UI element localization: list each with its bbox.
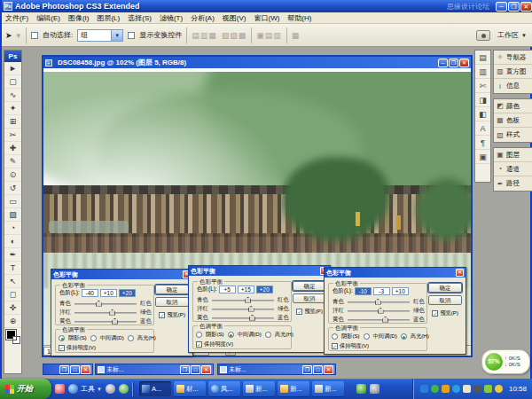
doc-close-button[interactable]: ✕ [459,59,469,67]
panel-channels[interactable]: ◔通道 [494,162,532,176]
move-tool-icon[interactable]: ➤ [5,31,12,40]
panel-layers[interactable]: ▣图层 [494,148,532,162]
cyan-red-input[interactable]: +5 [219,286,236,293]
highlights-radio[interactable] [401,333,407,340]
preview-checkbox[interactable] [296,309,302,315]
align-edges-icons[interactable]: ▤▥▦ [192,31,217,40]
doc-close-button[interactable]: ✕ [81,365,90,374]
yellow-blue-slider[interactable] [212,317,274,319]
auto-select-dropdown[interactable]: 组 ▼ [77,29,123,42]
panel-color[interactable]: ◩颜色 [494,99,532,113]
preserve-luminosity-checkbox[interactable] [59,345,65,351]
collapsed-panel-icon[interactable]: ◨ [475,93,490,107]
distribute-icons[interactable]: ▣▤▥ [256,31,282,40]
dialog-title-bar[interactable]: 色彩平衡 ✕ [51,270,192,279]
collapsed-panel-icon[interactable]: ▤ [475,51,490,65]
tray-app-icon[interactable] [473,385,481,393]
slider-thumb[interactable] [249,315,255,321]
type-tool[interactable]: T [4,262,21,275]
preserve-luminosity-checkbox[interactable] [332,343,338,349]
clone-stamp-tool[interactable]: ⊙ [4,168,21,182]
menu-filter[interactable]: 滤镜(T) [160,13,183,23]
shadows-radio[interactable] [196,332,202,338]
shape-tool[interactable]: ◻ [4,288,21,301]
menu-select[interactable]: 选择(S) [128,13,152,23]
panel-styles[interactable]: ▧样式 [494,128,532,142]
doc-close-button[interactable]: ✕ [201,365,211,374]
menu-edit[interactable]: 编辑(E) [36,13,60,23]
eraser-tool[interactable]: ▭ [4,195,21,208]
cyan-red-slider[interactable] [212,300,274,301]
doc-close-button[interactable]: ✕ [324,365,333,374]
shadows-radio[interactable] [59,335,65,341]
task-button-folder-3[interactable]: 新... [278,381,309,396]
panel-histogram[interactable]: ▥直方图 [494,65,532,79]
slider-thumb[interactable] [378,308,384,314]
cyan-red-slider[interactable] [348,301,410,303]
toolbar-tools-label[interactable]: 工具 [81,384,95,394]
panel-info[interactable]: i信息 [494,79,532,93]
task-button-browser[interactable]: 凤... [208,381,240,396]
cyan-red-input[interactable]: -40 [82,289,98,297]
collapsed-panel-icon[interactable]: A [475,121,490,136]
yellow-blue-input[interactable]: +10 [392,287,409,295]
tray-warning-icon[interactable] [442,385,450,393]
blur-tool[interactable]: ◔ [4,222,21,235]
app-title-bar[interactable]: Ps Adobe Photoshop CS3 Extended 思缘设计论坛 ─… [2,0,532,12]
menu-file[interactable]: 文件(F) [5,13,28,23]
cyan-red-input[interactable]: -10 [355,287,372,295]
internet-explorer-icon[interactable] [68,384,78,394]
tray-network-icon[interactable] [452,385,460,393]
history-brush-tool[interactable]: ↺ [4,182,21,195]
midtones-radio[interactable] [364,333,370,340]
doc-maximize-button[interactable]: □ [70,365,80,374]
minimized-document-3[interactable]: 未标... ❐ □ ✕ [217,364,336,375]
hand-tool[interactable]: ✜ [4,301,21,315]
show-transform-checkbox[interactable] [128,32,135,39]
panel-swatches[interactable]: ▦色板 [494,113,532,128]
pen-tool[interactable]: ✒ [4,248,21,262]
minimized-document-1[interactable]: ❐ □ ✕ [43,364,93,375]
yellow-blue-slider[interactable] [74,321,137,323]
cancel-button[interactable]: 取消 [293,293,326,303]
restore-button[interactable]: ❐ [508,2,520,12]
chevron-down-icon[interactable]: ▼ [111,30,122,41]
slider-thumb[interactable] [112,318,118,325]
tray-app-icon[interactable] [495,385,503,393]
magenta-green-input[interactable]: -3 [373,287,390,295]
tray-app-icon[interactable] [484,385,492,393]
dialog-title-bar[interactable]: 色彩平衡 ✕ [325,268,466,278]
collapsed-panel-icon[interactable]: ✄ [475,79,490,93]
highlights-radio[interactable] [265,332,271,338]
slider-thumb[interactable] [375,299,381,305]
magenta-green-input[interactable]: +10 [100,289,117,297]
collapsed-panel-icon[interactable]: ◧ [475,107,490,121]
taskbar-clock[interactable]: 10:58 [509,385,527,393]
background-color-swatch[interactable] [12,336,20,344]
preserve-luminosity-checkbox[interactable] [196,341,202,348]
auto-align-icon[interactable]: ▦ [292,31,301,40]
yellow-blue-input[interactable]: +20 [256,286,273,293]
slider-thumb[interactable] [245,297,251,303]
ok-button[interactable]: 确定 [428,283,462,293]
magenta-green-input[interactable]: +15 [238,286,254,293]
crop-tool[interactable]: ⊞ [4,115,21,129]
magenta-green-slider[interactable] [348,310,410,312]
tray-volume-icon[interactable] [463,385,471,393]
path-selection-tool[interactable]: ↖ [4,275,21,288]
menu-help[interactable]: 帮助(H) [287,13,311,23]
task-button-folder-2[interactable]: 新... [243,381,275,396]
menu-image[interactable]: 图像(I) [68,13,90,23]
marquee-tool[interactable]: ▢ [4,75,21,89]
minimized-document-2[interactable]: 未标... ❐ □ ✕ [95,364,214,375]
slice-tool[interactable]: ✂ [4,129,21,142]
document-title-bar[interactable]: ﹡ DSC08458.jpg @ 102% (图层 5, RGB/8) ─ ❐ … [43,57,471,68]
doc-minimize-button[interactable]: ─ [438,59,448,67]
minimize-button[interactable]: ─ [496,2,507,12]
go-to-bridge-icon[interactable] [476,30,490,41]
toolbox-ps-logo[interactable]: Ps [4,51,21,62]
align-centers-icons[interactable]: ▧▨▩ [222,31,247,40]
zoom-tool[interactable]: ⊕ [4,315,21,328]
tray-app-icon[interactable] [356,384,366,394]
cancel-button[interactable]: 取消 [155,297,189,307]
